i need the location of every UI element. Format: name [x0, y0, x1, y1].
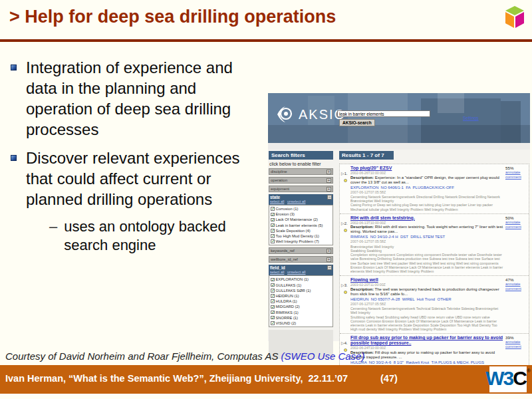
- filter-option[interactable]: ✓Corrosion (1): [271, 206, 331, 211]
- filter-bar-equipment[interactable]: equipment +: [269, 186, 333, 192]
- lightbulb-icon: [344, 229, 347, 232]
- bullet-text: Discover relevant experiences that could…: [26, 148, 262, 209]
- select-all-link[interactable]: select all: [270, 200, 284, 203]
- filter-bar-keywords-ref[interactable]: keywords_ref +: [269, 247, 333, 254]
- checkbox-checked-icon[interactable]: ✓: [271, 207, 275, 211]
- comment-link[interactable]: comment: [505, 175, 527, 180]
- checkbox-checked-icon[interactable]: ✓: [271, 321, 275, 325]
- checkbox-checked-icon[interactable]: ✓: [271, 289, 275, 293]
- collapse-minus-icon[interactable]: −: [327, 195, 332, 200]
- filter-bar-wellbore-id-ref[interactable]: wellbore_id_ref +: [269, 256, 333, 263]
- filter-option[interactable]: ✓VISUND (2): [271, 321, 331, 326]
- expand-plus-icon[interactable]: +: [327, 170, 331, 174]
- checkbox-checked-icon[interactable]: ✓: [271, 213, 275, 217]
- filter-option[interactable]: ✓GULLFAKS SØR (1): [271, 288, 331, 293]
- filter-option[interactable]: ✓HULDRA (1): [271, 299, 331, 304]
- filter-option-label: Too High Mud Density (1): [276, 234, 319, 238]
- filter-group-field-header[interactable]: field_id − select all unselect all: [269, 265, 333, 275]
- results-panel: Results 1 - 7 of 7 ▷1. Top plug/20" EZSV…: [339, 151, 529, 389]
- aksio-logo: AKSIO: [275, 104, 346, 125]
- select-all-link[interactable]: select all: [270, 270, 284, 274]
- sub-bullet-item: – uses an ontology backed search engine: [49, 217, 269, 255]
- header-settings-link[interactable]: Settings: [463, 116, 479, 120]
- checkbox-checked-icon[interactable]: ✓: [271, 218, 275, 222]
- filter-option[interactable]: ✓Well Integrity Problem (7): [271, 239, 331, 244]
- tag-line: Corrosion Corrosion Erosion Erosion Lack…: [350, 319, 503, 332]
- filter-option[interactable]: ✓SNORRE (1): [271, 315, 331, 321]
- result-gutter: ▷2.: [341, 215, 350, 273]
- filter-option[interactable]: ✓RIMFAKS (1): [271, 309, 331, 315]
- tag-line: Casing Poring or Deep set tubing plug De…: [350, 203, 503, 211]
- result-updated-date: 2007-06-12T07:05:58Z: [350, 302, 503, 307]
- result-updated-date: 2007-06-12T07:05:58Z: [350, 239, 503, 244]
- filter-bar-operation[interactable]: operation +: [269, 177, 333, 184]
- checkbox-checked-icon[interactable]: ✓: [271, 234, 275, 238]
- filter-option[interactable]: ✓MIDGARD (2): [271, 304, 331, 309]
- bullet-item: Discover relevant experiences that could…: [8, 148, 269, 209]
- filter-option[interactable]: ✓EXPLORATION (1): [271, 277, 331, 282]
- result-body: RIH with drill stem teststring. 2002-06-…: [350, 215, 503, 273]
- filter-group-label: field_id: [270, 265, 285, 270]
- filter-option-label: HEIDRUN (1): [276, 294, 299, 298]
- search-input[interactable]: [337, 110, 430, 117]
- w3c-logo-w3: W3: [485, 366, 513, 390]
- annotate-link[interactable]: annotate: [505, 282, 527, 287]
- result-title-link[interactable]: Fill drop sub assy prior to making up pa…: [350, 335, 503, 346]
- filter-option[interactable]: ✓Scale Deposition (4): [271, 228, 331, 233]
- comment-link[interactable]: comment: [505, 344, 527, 349]
- checkbox-checked-icon[interactable]: ✓: [271, 223, 275, 227]
- expand-plus-icon[interactable]: +: [327, 249, 331, 253]
- comment-link[interactable]: comment: [505, 287, 527, 291]
- filter-option[interactable]: ✓GULLFAKS (1): [271, 283, 331, 288]
- collapse-minus-icon[interactable]: −: [327, 265, 332, 270]
- result-relevance: 39%: [505, 335, 527, 340]
- search-filters-panel: Search filters click below to enable fil…: [269, 151, 333, 359]
- cube-logo-icon: [504, 5, 525, 29]
- filter-option[interactable]: ✓Lack Of Maintenance (2): [271, 217, 331, 222]
- footer-bar: Ivan Herman, “What is the Semantic Web?”…: [0, 365, 532, 394]
- filter-option[interactable]: ✓HEIDRUN (1): [271, 293, 331, 299]
- expand-plus-icon[interactable]: +: [327, 257, 331, 262]
- result-title-link[interactable]: Flowing well: [350, 277, 503, 283]
- expand-plus-icon[interactable]: +: [327, 187, 331, 192]
- filter-option[interactable]: ✓Leak in barrier elements (5): [271, 223, 331, 228]
- sweo-use-case-link[interactable]: (SWEO Use Case): [281, 350, 365, 362]
- checkbox-checked-icon[interactable]: ✓: [271, 316, 275, 320]
- annotate-link[interactable]: annotate: [505, 170, 527, 175]
- aksio-eye-icon: [275, 104, 296, 125]
- result-number: 3.: [344, 283, 348, 287]
- filter-bar-discipline[interactable]: discipline +: [269, 168, 333, 175]
- result-number: 2.: [344, 221, 348, 225]
- filter-option[interactable]: ✓Erosion (3): [271, 211, 331, 217]
- result-metadata: RIMFAKS NO 34/10-J-4 H DST DRILL STEM TE…: [350, 235, 503, 239]
- checkbox-checked-icon[interactable]: ✓: [271, 294, 275, 298]
- checkbox-checked-icon[interactable]: ✓: [271, 311, 275, 315]
- filter-option-label: HULDRA (1): [276, 299, 297, 303]
- checkbox-checked-icon[interactable]: ✓: [271, 305, 275, 309]
- filter-group-state-header[interactable]: state − select all unselect all: [269, 194, 333, 205]
- filter-option-label: Erosion (3): [276, 212, 295, 216]
- unselect-all-link[interactable]: unselect all: [287, 200, 306, 203]
- filter-option[interactable]: ✓Too High Mud Density (1): [271, 233, 331, 239]
- checkbox-checked-icon[interactable]: ✓: [271, 239, 275, 243]
- dash-bullet-icon: –: [49, 217, 57, 255]
- result-title-link[interactable]: Top plug/20" EZSV: [350, 166, 503, 171]
- annotate-link[interactable]: annotate: [505, 340, 527, 344]
- result-title-link[interactable]: RIH with drill stem teststring.: [350, 215, 503, 221]
- unselect-all-link[interactable]: unselect all: [287, 270, 306, 274]
- checkbox-checked-icon[interactable]: ✓: [271, 283, 275, 287]
- aksio-search-button[interactable]: AKSIO-search: [339, 119, 375, 126]
- description-label: Description:: [350, 176, 374, 180]
- annotate-link[interactable]: annotate: [505, 220, 527, 225]
- result-relevance: 50%: [505, 215, 527, 220]
- results-list: ▷1. Top plug/20" EZSV 2002-06-26T10:00:0…: [339, 164, 529, 389]
- result-metadata: HEIDRUN NO 6507/7-A-28 WIREL Holi Trond …: [350, 297, 503, 302]
- result-gutter: ▷1.: [341, 166, 350, 211]
- comment-link[interactable]: comment: [505, 225, 527, 229]
- checkbox-checked-icon[interactable]: ✓: [271, 299, 275, 303]
- result-row: ▷3. Flowing well 2003-02-20T11:00:00Z De…: [340, 276, 529, 334]
- filter-option-label: Well Integrity Problem (7): [276, 239, 319, 243]
- checkbox-checked-icon[interactable]: ✓: [271, 229, 275, 233]
- expand-plus-icon[interactable]: +: [327, 178, 331, 183]
- checkbox-checked-icon[interactable]: ✓: [271, 278, 275, 282]
